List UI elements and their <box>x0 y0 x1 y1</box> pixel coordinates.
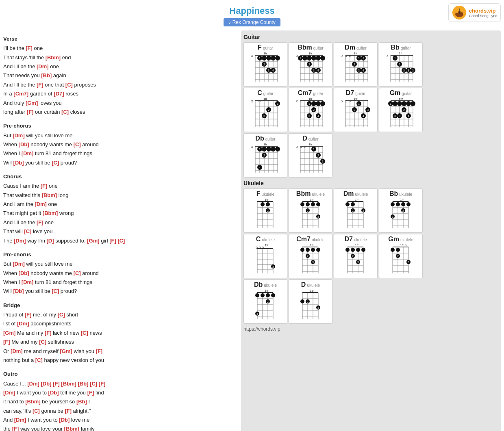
chord-ref[interactable]: [Dm] <box>3 390 15 396</box>
chord-box-Gm-guitar[interactable]: Gm guitar o o 1fr <box>379 88 423 132</box>
chord-ref[interactable]: [C] <box>74 270 81 276</box>
chord-diagram-D7-guitar: x x o 1fr <box>339 97 372 129</box>
chord-label: Bb <box>389 190 398 197</box>
chord-box-F-guitar[interactable]: F guitar x 1fr <box>243 42 287 87</box>
chord-ref[interactable]: [F] <box>12 426 19 431</box>
chord-ref[interactable]: [Dm] <box>37 63 49 69</box>
chord-ref[interactable]: [Db] <box>19 270 29 276</box>
chord-ref[interactable]: [F] <box>27 109 34 115</box>
chord-box-Cm7-guitar[interactable]: Cm7 guitar x x 1fr <box>289 88 332 132</box>
chord-box-Bb-ukulele[interactable]: Bb ukulele 1fr <box>379 188 423 233</box>
chord-box-Bbm-guitar[interactable]: Bbm guitar x 1fr <box>289 42 332 87</box>
chord-ref[interactable]: [Db] <box>19 141 29 147</box>
chord-ref[interactable]: [C] <box>33 408 40 414</box>
chord-ref[interactable]: [F] <box>37 219 43 225</box>
chord-ref[interactable]: [C] <box>117 238 125 244</box>
svg-text:1fr: 1fr <box>308 143 313 146</box>
chord-ref[interactable]: [C] <box>90 381 97 387</box>
chord-ref[interactable]: [Gm] <box>60 348 72 354</box>
chord-ref[interactable]: [C] <box>52 288 59 294</box>
chord-ref[interactable]: [Db] <box>13 160 24 166</box>
artist-badge[interactable]: ♪ Rex Orange County <box>224 18 280 26</box>
chord-ref[interactable]: [Dm] <box>22 279 34 285</box>
chord-box-D7-guitar[interactable]: D7 guitar x x o 1fr <box>334 88 378 132</box>
chord-label: Dm <box>345 44 355 51</box>
chord-ref[interactable]: [F] <box>53 381 60 387</box>
chord-ref[interactable]: [Bb] <box>41 72 52 78</box>
chord-ref[interactable]: [Bbm] <box>46 54 61 61</box>
chord-box-D-ukulele[interactable]: D ukulele o 1fr <box>289 279 332 324</box>
chord-ref[interactable]: [Bbm] <box>61 381 76 387</box>
svg-text:1: 1 <box>390 102 391 105</box>
chord-ref[interactable]: [F] <box>41 183 48 189</box>
chord-ref[interactable]: [Bb] <box>78 381 89 387</box>
chord-ref[interactable]: [C] <box>81 330 88 336</box>
chord-ref[interactable]: [Gm] <box>26 100 38 106</box>
chord-ref[interactable]: [Bbm] <box>64 426 80 431</box>
svg-text:2: 2 <box>317 154 319 157</box>
chord-ref[interactable]: [F] <box>65 408 72 414</box>
svg-point-22 <box>275 56 280 61</box>
chord-ref[interactable]: [Dm] <box>14 238 26 244</box>
chord-box-C-ukulele[interactable]: C ukulele o o o 1fr <box>243 234 287 278</box>
chord-ref[interactable]: [Bbm] <box>42 192 57 198</box>
chord-box-Bb-guitar[interactable]: Bb guitar x 1fr <box>379 42 423 87</box>
chord-ref[interactable]: [Db] <box>41 381 51 387</box>
chord-ref[interactable]: [Bb] <box>76 399 87 405</box>
chord-box-D7-ukulele[interactable]: D7 ukulele 1fr <box>334 234 378 278</box>
chord-ref[interactable]: [C] <box>39 339 46 345</box>
chord-label: Cm7 <box>298 89 312 97</box>
chord-ref[interactable]: [F] <box>45 330 52 336</box>
chord-ref[interactable]: [F] <box>99 381 106 387</box>
chord-box-Bbm-ukulele[interactable]: Bbm ukulele 1fr <box>289 188 332 233</box>
chord-box-Dm-guitar[interactable]: Dm guitar x x o 1fr <box>334 42 378 87</box>
chord-ref[interactable]: [Db] <box>13 288 24 294</box>
chord-ref[interactable]: [Dm] <box>27 381 39 387</box>
chord-ref[interactable]: [Dm] <box>14 417 26 423</box>
chord-ref[interactable]: [Dm] <box>35 201 47 207</box>
chord-ref[interactable]: [C] <box>35 357 43 363</box>
chord-box-Gm-ukulele[interactable]: Gm ukulele o 1fr <box>379 234 423 278</box>
chord-ref[interactable]: [C] <box>58 312 65 318</box>
chord-ref[interactable]: [Dm] <box>11 348 23 354</box>
chord-box-D-guitar[interactable]: D guitar x x o 1fr <box>289 133 332 178</box>
chord-ref[interactable]: [C] <box>74 141 81 147</box>
chord-box-F-ukulele[interactable]: F ukulele 1fr <box>243 188 287 233</box>
chord-ref[interactable]: [Db] <box>59 417 70 423</box>
chord-ref[interactable]: [Bbm] <box>25 399 41 405</box>
chord-ref[interactable]: [F] <box>26 45 33 51</box>
svg-point-303 <box>401 202 405 206</box>
chord-ref[interactable]: [F] <box>109 238 116 244</box>
lyric-line: Cause I... [Dm] [Db] [F] [Bbm] [Bb] [C] … <box>3 379 235 388</box>
chord-ref[interactable]: [Dm] <box>13 261 25 267</box>
chord-ref[interactable]: [F] <box>37 82 43 88</box>
chord-ref[interactable]: [Dm] <box>17 321 29 327</box>
chord-ref[interactable]: [Gm] <box>3 330 15 336</box>
chord-box-Db-guitar[interactable]: Db guitar x 1fr <box>243 133 287 178</box>
chord-ref[interactable]: [Db] <box>48 390 59 396</box>
chord-ref[interactable]: [C] <box>24 228 31 234</box>
chord-ref[interactable]: [Dm] <box>13 132 25 139</box>
lyric-line: [Gm] Me and my [F] lack of new [C] news <box>3 329 235 338</box>
chord-ref[interactable]: [Cm7] <box>13 91 28 97</box>
chord-ref[interactable]: [Gm] <box>87 238 99 244</box>
chord-ref[interactable]: [D7] <box>54 91 64 97</box>
chord-box-Cm7-ukulele[interactable]: Cm7 ukulele 1fr <box>289 234 332 278</box>
chord-ref[interactable]: [Bbm] <box>43 210 58 216</box>
chord-ref[interactable]: [F] <box>96 348 103 354</box>
svg-text:x: x <box>251 145 253 149</box>
chord-instrument: guitar <box>265 137 276 141</box>
svg-text:3: 3 <box>367 108 369 111</box>
chord-ref[interactable]: [F] <box>25 312 32 318</box>
chord-box-Db-ukulele[interactable]: Db ukulele 1fr <box>243 279 287 324</box>
chord-ref[interactable]: [D] <box>47 238 54 244</box>
chord-ref[interactable]: [C] <box>52 160 59 166</box>
chord-box-Dm-ukulele[interactable]: Dm ukulele 1fr <box>334 188 378 233</box>
chord-ref[interactable]: [F] <box>87 390 94 396</box>
chord-ref[interactable]: [Dm] <box>22 150 34 156</box>
svg-point-352 <box>356 248 360 252</box>
chord-ref[interactable]: [C] <box>61 109 69 115</box>
chord-ref[interactable]: [C] <box>65 82 73 88</box>
chord-ref[interactable]: [F] <box>3 339 10 345</box>
chord-box-C-guitar[interactable]: C guitar x o 1fr <box>243 88 287 132</box>
